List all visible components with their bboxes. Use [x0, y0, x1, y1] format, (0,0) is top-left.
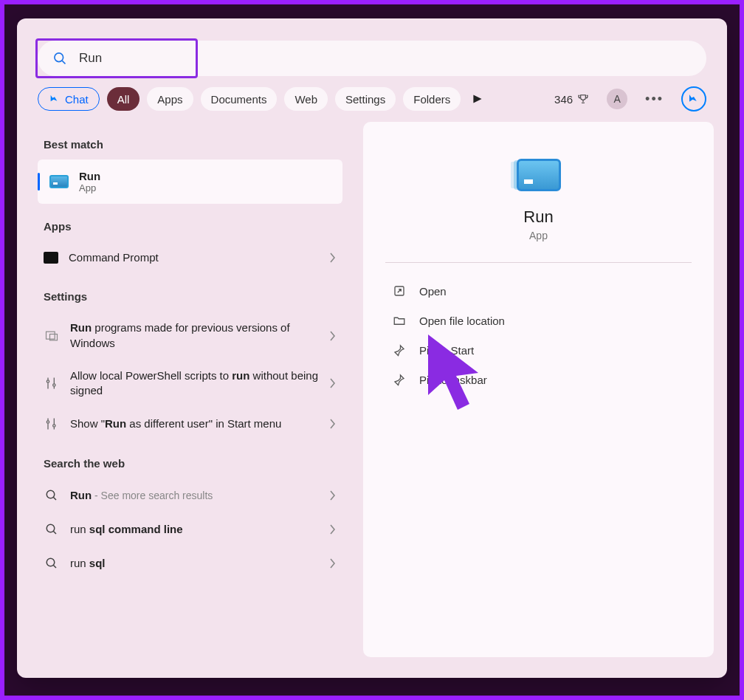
- results-list: Best match Run App Apps Command Prompt S…: [30, 122, 350, 657]
- web-run-label: Run - See more search results: [70, 488, 319, 503]
- folder-icon: [393, 314, 406, 327]
- cmd-icon: [44, 252, 58, 264]
- setting-powershell-scripts[interactable]: Allow local PowerShell scripts to run wi…: [38, 360, 342, 408]
- tab-all[interactable]: All: [107, 87, 140, 111]
- tab-all-label: All: [117, 93, 130, 106]
- chevron-right-icon: [329, 524, 337, 535]
- svg-rect-2: [46, 332, 55, 339]
- svg-line-5: [53, 498, 56, 501]
- web-run-sql-cli-label: run sql command line: [70, 522, 319, 537]
- pin-icon: [393, 343, 406, 357]
- action-open-label: Open: [419, 285, 447, 298]
- setting-run-as-different-user[interactable]: Show "Run as different user" in Start me…: [38, 407, 342, 441]
- web-run-sql[interactable]: run sql: [38, 546, 342, 580]
- search-icon: [44, 555, 60, 572]
- tab-chat[interactable]: Chat: [38, 87, 100, 111]
- section-search-web: Search the web: [38, 441, 342, 478]
- app-command-prompt-label: Command Prompt: [69, 250, 319, 265]
- web-run-sql-label: run sql: [70, 556, 319, 571]
- search-input[interactable]: [79, 51, 692, 66]
- chevron-right-icon: [329, 558, 337, 569]
- filter-tabs: Chat All Apps Documents Web Settings Fol…: [17, 86, 727, 122]
- detail-title: Run: [385, 207, 692, 227]
- svg-line-1: [62, 61, 65, 64]
- developer-icon: [44, 375, 60, 391]
- more-options-button[interactable]: •••: [645, 92, 664, 107]
- rewards-points-value: 346: [554, 93, 573, 106]
- best-match-title: Run: [79, 170, 100, 182]
- search-bar-container: [17, 18, 727, 86]
- chevron-right-icon: [329, 378, 337, 388]
- trophy-icon: [577, 93, 589, 105]
- setting-run-compat-label: Run programs made for previous versions …: [70, 320, 319, 351]
- chevron-right-icon: [329, 419, 337, 429]
- setting-powershell-label: Allow local PowerShell scripts to run wi…: [70, 368, 319, 399]
- developer-icon: [44, 416, 60, 432]
- user-avatar[interactable]: A: [607, 89, 627, 109]
- bing-chat-icon: [49, 93, 61, 105]
- best-match-run[interactable]: Run App: [38, 159, 342, 204]
- section-best-match: Best match: [38, 122, 342, 159]
- action-pin-taskbar[interactable]: Pin to taskbar: [385, 365, 692, 394]
- search-icon: [44, 521, 60, 538]
- svg-line-7: [53, 532, 56, 535]
- action-open-location-label: Open file location: [419, 315, 505, 327]
- tab-settings-label: Settings: [345, 93, 385, 106]
- svg-line-9: [53, 566, 56, 569]
- bing-icon: [687, 92, 700, 106]
- tab-apps-label: Apps: [157, 93, 182, 106]
- run-app-icon: [49, 175, 69, 188]
- tab-web-label: Web: [294, 93, 317, 106]
- more-tabs-arrow-icon[interactable]: [472, 94, 483, 104]
- search-icon: [52, 51, 67, 66]
- rewards-points[interactable]: 346: [554, 93, 589, 106]
- svg-point-0: [55, 53, 63, 62]
- divider: [385, 262, 692, 263]
- open-icon: [393, 284, 406, 298]
- setting-different-user-label: Show "Run as different user" in Start me…: [70, 416, 319, 431]
- chevron-right-icon: [329, 253, 337, 263]
- run-app-large-icon: [517, 159, 561, 191]
- action-pin-taskbar-label: Pin to taskbar: [419, 374, 487, 386]
- action-open[interactable]: Open: [385, 276, 692, 306]
- best-match-subtitle: App: [79, 182, 100, 193]
- tab-folders-label: Folders: [413, 93, 450, 106]
- bing-chat-button[interactable]: [681, 86, 706, 111]
- search-icon: [44, 487, 60, 504]
- tab-web[interactable]: Web: [284, 87, 328, 111]
- avatar-letter: A: [613, 93, 620, 105]
- tab-chat-label: Chat: [65, 93, 89, 106]
- svg-point-8: [46, 559, 55, 567]
- web-run[interactable]: Run - See more search results: [38, 478, 342, 512]
- chevron-right-icon: [329, 331, 337, 341]
- best-match-text: Run App: [79, 170, 100, 193]
- detail-subtitle: App: [385, 230, 692, 241]
- tab-apps[interactable]: Apps: [147, 87, 193, 111]
- pin-icon: [393, 373, 406, 386]
- tab-folders[interactable]: Folders: [403, 87, 461, 111]
- svg-point-6: [46, 525, 55, 533]
- tab-settings[interactable]: Settings: [335, 87, 396, 111]
- svg-point-4: [46, 491, 55, 499]
- tab-documents[interactable]: Documents: [201, 87, 278, 111]
- tab-documents-label: Documents: [211, 93, 267, 106]
- section-apps: Apps: [38, 204, 342, 241]
- compat-icon: [44, 328, 60, 344]
- section-settings: Settings: [38, 274, 342, 312]
- detail-panel: Run App Open Open file location Pin to S…: [363, 122, 714, 657]
- action-pin-start[interactable]: Pin to Start: [385, 335, 692, 365]
- windows-search-flyout: Chat All Apps Documents Web Settings Fol…: [17, 18, 727, 678]
- search-bar[interactable]: [38, 41, 706, 76]
- action-open-location[interactable]: Open file location: [385, 306, 692, 335]
- chevron-right-icon: [329, 490, 337, 501]
- web-run-sql-cli[interactable]: run sql command line: [38, 512, 342, 546]
- setting-run-compat[interactable]: Run programs made for previous versions …: [38, 312, 342, 360]
- action-pin-start-label: Pin to Start: [419, 344, 474, 357]
- app-command-prompt[interactable]: Command Prompt: [38, 241, 342, 274]
